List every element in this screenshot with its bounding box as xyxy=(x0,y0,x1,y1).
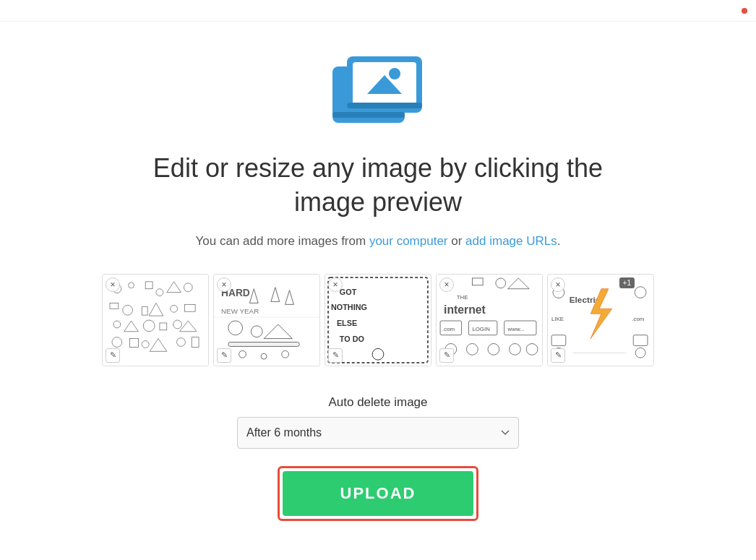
status-dot xyxy=(742,8,747,14)
thumb-5-overlay: × +1 xyxy=(548,275,653,295)
image-thumb-1[interactable]: × ✎ xyxy=(102,274,209,366)
image-thumb-3[interactable]: GOT NOTHING ELSE TO DO × ✎ xyxy=(325,274,431,366)
svg-rect-5 xyxy=(332,112,405,118)
thumb-3-close[interactable]: × xyxy=(328,277,343,292)
thumb-5-edit[interactable]: ✎ xyxy=(551,348,565,363)
svg-text:ELSE: ELSE xyxy=(337,318,357,327)
thumb-2-close[interactable]: × xyxy=(217,277,231,292)
auto-delete-select[interactable]: Never After 1 month After 3 months After… xyxy=(237,417,519,449)
subtitle: You can add more images from your comput… xyxy=(196,234,561,249)
svg-text:.com: .com xyxy=(442,325,455,332)
subtitle-suffix: . xyxy=(557,234,561,248)
thumb-1-overlay: × xyxy=(103,275,208,295)
svg-text:www...: www... xyxy=(507,325,525,332)
thumb-2-overlay: × xyxy=(214,275,319,295)
thumb-4-edit[interactable]: ✎ xyxy=(439,348,454,363)
svg-rect-6 xyxy=(347,103,422,108)
add-urls-link[interactable]: add image URLs xyxy=(465,234,557,248)
thumb-1-edit[interactable]: ✎ xyxy=(106,348,120,363)
thumb-2-edit[interactable]: ✎ xyxy=(217,348,231,363)
thumb-4-close[interactable]: × xyxy=(439,277,454,292)
thumb-5-close[interactable]: × xyxy=(551,277,565,292)
svg-text:internet: internet xyxy=(444,303,486,316)
svg-point-4 xyxy=(389,68,400,79)
svg-text:THE: THE xyxy=(457,294,468,301)
svg-text:LOGIN: LOGIN xyxy=(472,325,490,332)
upload-button-wrapper: UPLOAD xyxy=(278,466,479,521)
thumb-1-close[interactable]: × xyxy=(106,277,120,292)
svg-text:NOTHING: NOTHING xyxy=(331,303,367,311)
subtitle-middle: or xyxy=(448,234,466,248)
upload-button[interactable]: UPLOAD xyxy=(283,471,474,516)
auto-delete-label: Auto delete image xyxy=(328,395,427,410)
image-thumb-4[interactable]: THE internet .com LOGIN www... × ✎ xyxy=(436,274,543,366)
hero-icon xyxy=(331,51,425,130)
svg-text:.com: .com xyxy=(632,316,644,322)
page-title: Edit or resize any image by clicking the… xyxy=(125,152,631,220)
svg-text:TO DO: TO DO xyxy=(340,334,364,343)
image-thumb-5[interactable]: Electric LIKE .com × +1 ✎ xyxy=(547,274,654,366)
plus-badge: +1 xyxy=(619,277,635,288)
subtitle-prefix: You can add more images from xyxy=(196,234,369,248)
image-thumb-2[interactable]: HARD NEW YEAR × ✎ xyxy=(213,274,320,366)
thumb-3-overlay: × xyxy=(325,275,431,295)
svg-text:NEW YEAR: NEW YEAR xyxy=(221,307,259,315)
svg-text:LIKE: LIKE xyxy=(551,316,564,322)
svg-rect-38 xyxy=(228,342,299,346)
thumb-3-edit[interactable]: ✎ xyxy=(328,348,343,363)
your-computer-link[interactable]: your computer xyxy=(369,234,448,248)
auto-delete-section: Auto delete image Never After 1 month Af… xyxy=(233,395,523,449)
thumb-4-overlay: × xyxy=(437,275,542,295)
image-gallery: × ✎ HARD NEW YEAR xyxy=(102,274,654,366)
main-content: Edit or resize any image by clicking the… xyxy=(0,22,756,550)
top-bar xyxy=(0,0,756,22)
